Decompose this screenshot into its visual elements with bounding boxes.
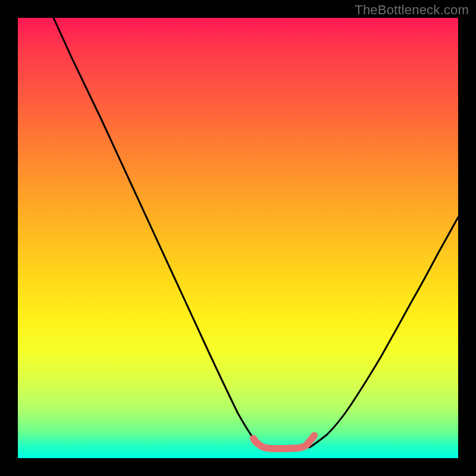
left-curve bbox=[54, 18, 265, 447]
right-curve bbox=[309, 217, 458, 447]
bottom-accent bbox=[253, 436, 314, 449]
chart-svg bbox=[18, 18, 458, 458]
plot-area bbox=[18, 18, 458, 458]
watermark-text: TheBottleneck.com bbox=[355, 2, 469, 18]
chart-frame: TheBottleneck.com bbox=[0, 0, 476, 476]
